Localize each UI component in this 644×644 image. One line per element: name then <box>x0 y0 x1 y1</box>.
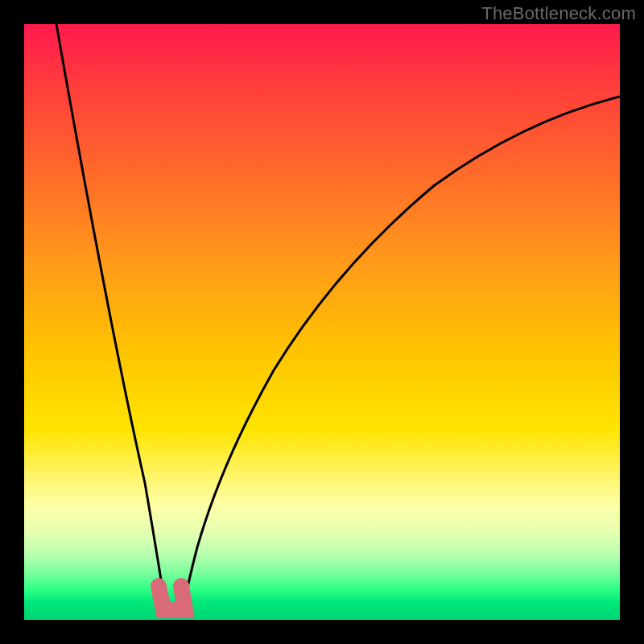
curve-left-branch <box>56 24 167 612</box>
curve-right-branch <box>183 97 620 612</box>
watermark-text: TheBottleneck.com <box>481 3 636 24</box>
curve-svg <box>24 24 620 620</box>
chart-frame: TheBottleneck.com <box>0 0 644 644</box>
plot-area <box>24 24 620 620</box>
optimal-range-marker <box>159 586 185 610</box>
